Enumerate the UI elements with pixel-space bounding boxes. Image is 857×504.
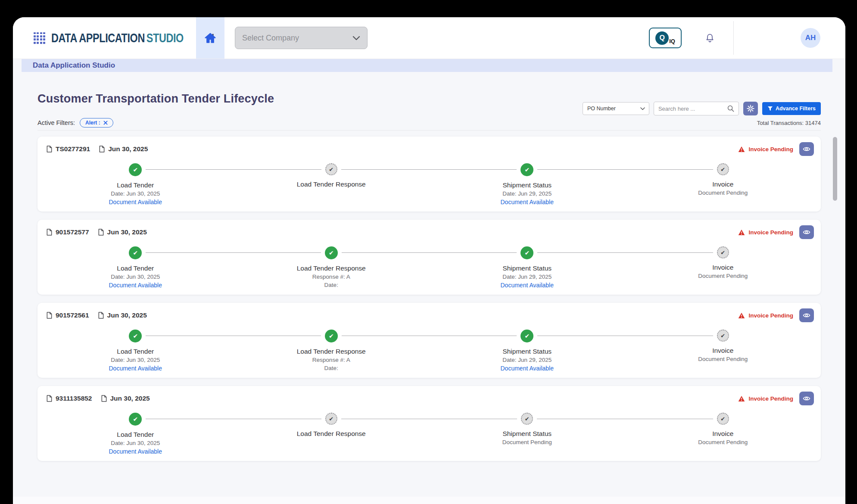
document-link[interactable]: Document Available xyxy=(109,447,162,456)
iq-logo-icon: Q xyxy=(655,31,669,45)
status-badge: Invoice Pending xyxy=(748,395,793,402)
transaction-date: Jun 30, 2025 xyxy=(99,145,148,153)
transaction-card: 9311135852 Jun 30, 2025 Invoice Pending xyxy=(37,386,821,461)
eye-icon xyxy=(803,395,810,401)
search-field-value: PO Number xyxy=(587,106,616,112)
step-title: Shipment Status xyxy=(502,181,552,190)
transaction-date: Jun 30, 2025 xyxy=(98,311,147,319)
bell-icon xyxy=(704,33,715,44)
document-link[interactable]: Document Available xyxy=(109,198,162,207)
active-filters: Active Filters: Alert : xyxy=(37,118,113,128)
apps-grid-icon[interactable] xyxy=(34,32,45,44)
chevron-down-icon xyxy=(640,107,645,110)
timeline-step-load-tender: Load Tender Date: Jun 30, 2025 Document … xyxy=(37,330,234,373)
app-logo: DATA APPLICATIONSTUDIO xyxy=(51,31,188,45)
document-icon xyxy=(98,228,104,236)
view-details-button[interactable] xyxy=(799,142,814,156)
view-details-button[interactable] xyxy=(799,225,814,239)
warning-icon xyxy=(738,312,745,319)
timeline-step-load-tender: Load Tender Date: Jun 30, 2025 Document … xyxy=(37,413,234,456)
step-date: Date: Jun 30, 2025 xyxy=(111,273,160,281)
filter-funnel-icon xyxy=(767,106,773,111)
status-badge: Invoice Pending xyxy=(748,229,793,236)
timeline-step-shipment-status: Shipment Status Document Pending xyxy=(429,413,625,456)
document-link[interactable]: Document Available xyxy=(501,198,554,207)
iq-button[interactable]: Q IQ xyxy=(649,28,682,48)
view-details-button[interactable] xyxy=(799,308,814,322)
document-icon xyxy=(46,145,53,153)
step-check-icon xyxy=(520,163,533,176)
document-icon xyxy=(98,311,104,319)
search-input[interactable] xyxy=(658,106,727,112)
avatar[interactable]: AH xyxy=(801,28,820,48)
filter-chip-label: Alert : xyxy=(85,120,100,126)
notifications-button[interactable] xyxy=(704,33,715,44)
logo-part1: DATA APPLICATION xyxy=(51,31,145,45)
document-icon xyxy=(46,395,53,402)
step-title: Load Tender xyxy=(117,264,154,273)
timeline-step-load-tender-response: Load Tender Response Response #: A Date: xyxy=(234,330,430,373)
document-icon xyxy=(101,395,107,402)
view-details-button[interactable] xyxy=(799,392,814,405)
transaction-id: 901572561 xyxy=(46,311,89,319)
step-check-icon xyxy=(521,413,533,425)
transaction-card: 901572577 Jun 30, 2025 Invoice Pending xyxy=(37,220,821,295)
step-date: Date: xyxy=(324,364,338,372)
timeline-step-load-tender-response: Load Tender Response xyxy=(234,413,430,456)
transaction-date: Jun 30, 2025 xyxy=(101,395,150,402)
document-link[interactable]: Document Available xyxy=(109,281,162,290)
close-icon[interactable] xyxy=(103,121,108,125)
step-date: Document Pending xyxy=(698,272,748,280)
step-response: Response #: A xyxy=(312,356,350,364)
transaction-card: 901572561 Jun 30, 2025 Invoice Pending xyxy=(37,303,821,378)
step-response: Response #: A xyxy=(312,273,350,281)
transaction-id: TS0277291 xyxy=(46,145,90,153)
total-transactions: Total Transactions: 31474 xyxy=(757,120,821,126)
timeline-step-invoice: Invoice Document Pending xyxy=(625,163,821,207)
breadcrumb[interactable]: Data Application Studio xyxy=(33,61,115,70)
timeline-step-load-tender-response: Load Tender Response Response #: A Date: xyxy=(234,246,430,290)
header-divider xyxy=(733,21,734,55)
step-title: Load Tender Response xyxy=(297,264,366,273)
step-date: Date: Jun 29, 2025 xyxy=(502,273,552,281)
eye-icon xyxy=(803,146,810,152)
transaction-date: Jun 30, 2025 xyxy=(98,228,147,236)
timeline-step-shipment-status: Shipment Status Date: Jun 29, 2025 Docum… xyxy=(429,246,625,290)
home-button[interactable] xyxy=(196,17,224,59)
timeline-step-invoice: Invoice Document Pending xyxy=(625,246,821,290)
step-title: Load Tender Response xyxy=(297,429,366,438)
timeline-step-load-tender: Load Tender Date: Jun 30, 2025 Document … xyxy=(37,163,234,207)
step-title: Shipment Status xyxy=(502,264,552,273)
transaction-id: 9311135852 xyxy=(46,395,92,402)
document-link[interactable]: Document Available xyxy=(501,281,554,290)
scrollbar-thumb[interactable] xyxy=(833,137,837,201)
settings-button[interactable] xyxy=(743,102,758,115)
timeline-step-load-tender-response: Load Tender Response xyxy=(234,163,430,207)
step-check-icon xyxy=(520,330,533,342)
warning-icon xyxy=(738,229,745,236)
advance-filters-button[interactable]: Advance Filters xyxy=(762,102,821,115)
step-date: Date: Jun 30, 2025 xyxy=(111,439,160,447)
step-title: Shipment Status xyxy=(502,429,552,438)
company-select[interactable]: Select Company xyxy=(235,27,368,49)
step-title: Load Tender Response xyxy=(297,180,366,189)
gear-icon xyxy=(747,105,754,112)
filter-chip-alert[interactable]: Alert : xyxy=(80,118,113,128)
search-field-select[interactable]: PO Number xyxy=(583,102,649,115)
active-filters-label: Active Filters: xyxy=(37,119,75,126)
search-box xyxy=(654,102,739,115)
timeline-step-shipment-status: Shipment Status Date: Jun 29, 2025 Docum… xyxy=(429,163,625,207)
chevron-down-icon xyxy=(352,36,360,40)
timeline-step-load-tender: Load Tender Date: Jun 30, 2025 Document … xyxy=(37,246,234,290)
transaction-card: TS0277291 Jun 30, 2025 Invoice Pending xyxy=(37,137,821,212)
timeline-step-invoice: Invoice Document Pending xyxy=(625,413,821,456)
step-date: Date: Jun 30, 2025 xyxy=(111,356,160,364)
step-check-icon xyxy=(717,413,729,425)
status-badge: Invoice Pending xyxy=(748,312,793,319)
document-link[interactable]: Document Available xyxy=(109,364,162,373)
step-title: Invoice xyxy=(712,263,733,272)
search-icon[interactable] xyxy=(727,105,735,112)
step-date: Date: Jun 29, 2025 xyxy=(502,190,552,198)
step-check-icon xyxy=(129,246,142,259)
document-link[interactable]: Document Available xyxy=(501,364,554,373)
